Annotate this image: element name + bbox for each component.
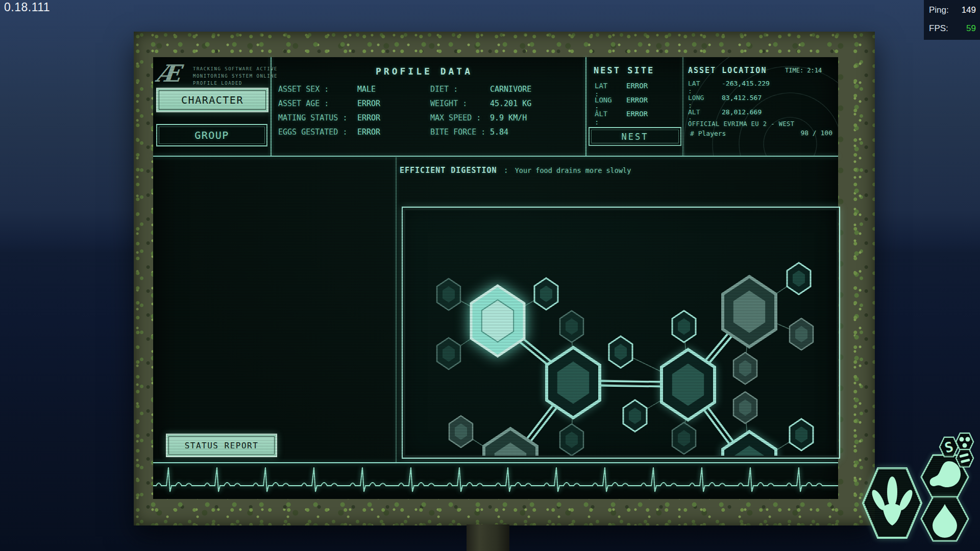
field-label: EGGS GESTATED :	[278, 128, 347, 137]
skill-node-s10[interactable]	[787, 263, 811, 294]
skill-node-s12[interactable]	[733, 353, 757, 384]
fps-label: FPS:	[929, 23, 948, 34]
skill-node-n5[interactable]	[484, 429, 537, 456]
field-label: LONG :	[688, 94, 704, 109]
skill-node-s8[interactable]	[560, 424, 583, 456]
skill-tree-panel[interactable]	[402, 207, 840, 459]
skill-node-s13[interactable]	[733, 392, 757, 423]
skill-node-s1[interactable]	[437, 279, 460, 310]
field-label: MATING STATUS :	[278, 113, 347, 122]
status-hud: S	[855, 428, 980, 550]
skill-node-s3[interactable]	[437, 338, 460, 369]
perk-tooltip: EFFICIENT DIGESTION : Your food drains m…	[400, 166, 631, 175]
field-value: 9.9 KM/H	[490, 113, 527, 122]
field-label: DIET :	[430, 85, 458, 94]
field-value: 28,012.669	[722, 108, 762, 116]
field-value: MALE	[357, 85, 376, 94]
logo-line: PROFILE LOADED	[193, 80, 278, 87]
water-hex	[921, 497, 968, 541]
logo-line: MONITORING SYSTEM ONLINE	[193, 72, 278, 80]
ping-label: Ping:	[929, 5, 949, 15]
dots-badge-hex	[956, 433, 973, 450]
field-label: BITE FORCE :	[430, 128, 485, 137]
players-label: # Players	[690, 130, 726, 137]
field-label: ALT :	[595, 110, 607, 126]
field-label: ASSET AGE :	[278, 99, 329, 108]
nest-button[interactable]: NEST	[589, 127, 681, 146]
bars-badge-hex	[956, 449, 973, 467]
skill-tree-graph[interactable]	[403, 208, 837, 456]
server-name: OFFICIAL EVRIMA EU 2 - WEST	[688, 120, 795, 128]
skill-node-n2[interactable]	[547, 347, 600, 418]
field-value: ERROR	[626, 96, 648, 104]
divider	[585, 57, 586, 156]
ekg-waveform	[153, 465, 838, 498]
logo-line: TRACKING SOFTWARE ACTIVE	[193, 65, 278, 72]
version-text: 0.18.111	[4, 1, 50, 14]
stats-box: Ping: 149 FPS: 59	[924, 0, 980, 40]
field-value: -263,415.229	[722, 80, 770, 87]
skill-node-s9[interactable]	[672, 422, 696, 454]
field-value: ERROR	[357, 113, 380, 122]
skill-node-n4[interactable]	[723, 277, 776, 347]
skill-node-s6[interactable]	[672, 311, 696, 342]
players-count: 98 / 100	[794, 129, 832, 137]
skill-node-n6[interactable]	[723, 432, 776, 456]
ae-logo: Æ	[155, 63, 190, 86]
skill-node-s4[interactable]	[560, 311, 583, 342]
ping-value: 149	[962, 5, 976, 15]
group-button[interactable]: GROUP	[156, 124, 267, 146]
panel-stand	[467, 524, 509, 551]
skill-node-s5[interactable]	[609, 336, 632, 368]
skill-node-n1[interactable]	[471, 286, 524, 356]
nest-site-title: NEST SITE	[594, 65, 654, 76]
perk-name: EFFICIENT DIGESTION	[400, 166, 497, 175]
s-badge-hex: S	[940, 437, 958, 457]
skill-node-n3[interactable]	[662, 349, 715, 420]
fps-value: 59	[966, 23, 976, 34]
skill-node-s14[interactable]	[790, 419, 813, 450]
divider	[153, 156, 838, 157]
divider	[153, 462, 838, 463]
field-value: ERROR	[357, 128, 380, 137]
field-label: WEIGHT :	[430, 99, 467, 108]
ekg-strip	[153, 465, 838, 498]
field-label: ASSET SEX :	[278, 85, 329, 94]
asset-location-title: ASSET LOCATION	[688, 66, 767, 75]
skill-node-s7[interactable]	[623, 400, 647, 432]
perk-description: Your food drains more slowly	[515, 166, 631, 174]
skill-node-s11[interactable]	[790, 318, 813, 350]
time-readout: TIME: 2:14	[785, 67, 822, 74]
field-value: 5.84	[490, 128, 508, 137]
field-value: 45.201 KG	[490, 99, 531, 108]
logo-status-lines: TRACKING SOFTWARE ACTIVE MONITORING SYST…	[193, 65, 278, 87]
field-label: LAT :	[688, 80, 700, 95]
divider	[396, 157, 397, 462]
field-label: MAX SPEED :	[430, 113, 481, 122]
field-value: ERROR	[357, 99, 380, 108]
field-value: 83,412.567	[722, 94, 762, 102]
profile-data-title: PROFILE DATA	[376, 66, 473, 77]
field-value: CARNIVORE	[490, 85, 531, 94]
footprint-hex	[863, 468, 921, 538]
skill-node-s2[interactable]	[534, 278, 558, 310]
character-button[interactable]: CHARACTER	[156, 88, 268, 112]
skill-node-s16[interactable]	[449, 416, 473, 447]
field-value: ERROR	[626, 110, 648, 118]
terminal-screen: Æ TRACKING SOFTWARE ACTIVE MONITORING SY…	[153, 57, 838, 499]
perk-separator: :	[504, 166, 508, 175]
status-report-button[interactable]: STATUS REPORT	[166, 434, 277, 457]
field-value: ERROR	[626, 82, 648, 90]
